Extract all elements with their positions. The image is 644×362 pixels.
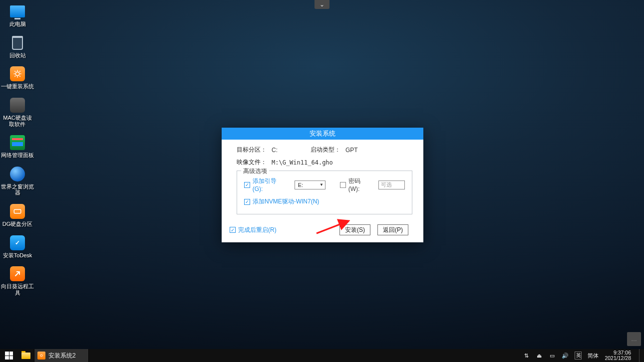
system-tray: ⇅ ⏏ ▭ 🔊 英 简体 9:37:06 2021/12/28 [506,349,644,362]
desktop-icon-label: 回收站 [9,52,26,59]
chart-icon [10,135,25,150]
advanced-legend: 高级选项 [241,167,269,176]
boot-type-label: 启动类型： [311,146,345,154]
target-partition-value: C: [272,147,280,154]
disk-icon [10,204,25,219]
desktop-icon-label: 一键重装系统 [1,83,34,90]
boot-drive-value: E: [298,182,303,188]
sunlogin-icon [10,266,25,281]
top-dropdown-tab[interactable]: ⌄ [315,0,329,9]
desktop: 此电脑 回收站 一键重装系统 MAC硬盘读 取软件 网络管理面板 世界之窗浏览 … [0,3,35,303]
password-label: 密码(W): [348,177,371,192]
taskbar-app-install-system[interactable]: 安装系统2 [34,349,89,362]
pc-icon [10,5,25,17]
checkmark-icon: ✓ [230,227,236,233]
tray-clock[interactable]: 9:37:06 2021/12/28 [605,350,633,361]
boot-type-value: GPT [345,147,358,154]
ellipsis-icon: … [631,336,637,343]
add-nvme-checkbox[interactable]: ✓ 添加NVME驱动-WIN7(N) [244,197,319,206]
show-desktop-button[interactable] [639,349,642,362]
add-nvme-label: 添加NVME驱动-WIN7(N) [253,197,319,206]
checkbox-empty-icon [340,182,346,188]
tray-ime-lang[interactable]: 英 [575,352,582,360]
desktop-icon-label: 向日葵远程工 具 [1,283,34,296]
add-boot-label: 添加引导(G): [253,177,286,192]
checkmark-icon: ✓ [244,182,250,188]
svg-point-3 [40,355,42,357]
desktop-icon-recycle-bin[interactable]: 回收站 [0,34,35,59]
tray-date: 2021/12/28 [605,356,631,361]
add-boot-checkbox[interactable]: ✓ 添加引导(G): [244,177,286,192]
desktop-icon-todesk[interactable]: ✓ 安装ToDesk [0,234,35,259]
back-button[interactable]: 返回(P) [377,224,408,235]
tray-volume-icon[interactable]: 🔊 [562,353,569,359]
password-input[interactable]: 可选 [378,181,405,189]
dialog-title: 安装系统 [310,129,335,138]
install-button[interactable]: 安装(S) [339,224,370,235]
checkmark-icon: ✓ [244,199,250,205]
app-icon [37,352,45,360]
desktop-icon-sunlogin[interactable]: 向日葵远程工 具 [0,265,35,296]
dialog-titlebar[interactable]: 安装系统 [222,128,423,140]
desktop-icon-label: 此电脑 [9,21,26,27]
svg-point-0 [15,72,19,76]
todesk-icon: ✓ [10,235,25,250]
tray-battery-icon[interactable]: ▭ [549,353,556,359]
desktop-icon-mac-disk[interactable]: MAC硬盘读 取软件 [0,97,35,127]
target-partition-label: 目标分区： [237,146,272,154]
desktop-icon-label: MAC硬盘读 取软件 [3,115,31,127]
taskbar: 安装系统2 ⇅ ⏏ ▭ 🔊 英 简体 9:37:06 2021/12/28 [0,349,644,362]
gear-icon [10,66,25,81]
restart-checkbox[interactable]: ✓ 完成后重启(R) [230,226,277,234]
desktop-icon-label: 安装ToDesk [3,252,32,259]
password-checkbox[interactable]: 密码(W): [340,177,371,192]
desktop-icon-net-panel[interactable]: 网络管理面板 [0,134,35,159]
tray-network-icon[interactable]: ⇅ [523,353,530,359]
tray-eject-icon[interactable]: ⏏ [536,353,543,359]
desktop-icon-dg-partition[interactable]: DG硬盘分区 [0,203,35,227]
boot-drive-select[interactable]: E: ▼ [295,181,325,189]
corner-widget[interactable]: … [627,332,641,346]
install-system-dialog: 安装系统 目标分区： C: 启动类型： GPT 映像文件： M:\G_Win11… [222,128,423,242]
desktop-icon-label: 世界之窗浏览 器 [1,183,34,196]
desktop-icon-this-pc[interactable]: 此电脑 [0,3,35,27]
advanced-options-group: 高级选项 ✓ 添加引导(G): E: ▼ 密码(W): 可选 [237,171,412,214]
password-placeholder: 可选 [381,181,392,188]
globe-icon [10,167,25,181]
folder-icon [21,353,30,359]
recycle-bin-icon [12,36,23,50]
desktop-icon-label: DG硬盘分区 [2,221,33,227]
svg-rect-1 [14,209,21,213]
restart-label: 完成后重启(R) [238,226,277,234]
taskbar-app-label: 安装系统2 [48,352,76,360]
apple-icon [10,98,25,113]
tray-ime-mode[interactable]: 简体 [588,352,599,360]
desktop-icon-one-click-install[interactable]: 一键重装系统 [0,65,35,90]
image-file-value: M:\G_Win11_64.gho [272,159,333,166]
windows-logo-icon [5,352,13,360]
image-file-label: 映像文件： [237,158,272,167]
desktop-icon-world-browser[interactable]: 世界之窗浏览 器 [0,166,35,196]
chevron-down-icon: ⌄ [320,1,324,8]
desktop-icon-label: 网络管理面板 [1,152,34,159]
start-button[interactable] [0,349,18,362]
dropdown-icon: ▼ [320,182,323,187]
file-explorer-button[interactable] [18,349,34,362]
